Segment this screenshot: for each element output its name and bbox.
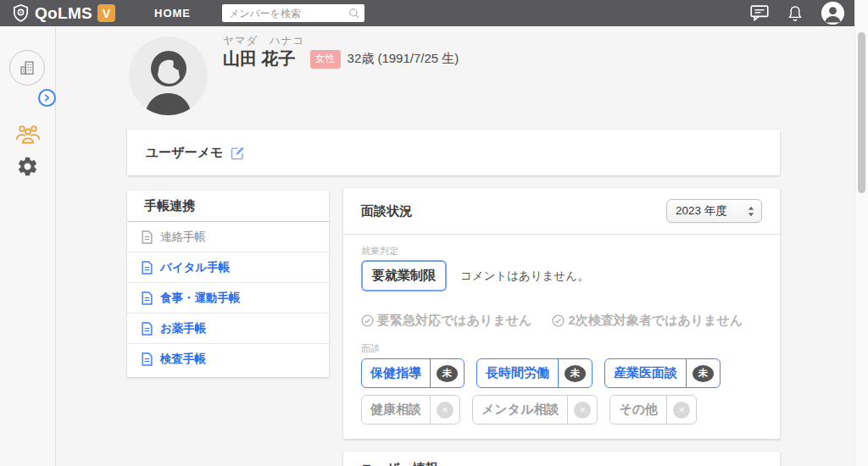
interview-button-health-guidance[interactable]: 保健指導 未: [361, 358, 465, 388]
sidebar-item-organization[interactable]: [9, 50, 45, 86]
left-sidebar: [0, 26, 56, 466]
logo-text: QoLMS: [35, 4, 92, 23]
check-circle-icon: [552, 314, 565, 327]
none-status-badge: ×: [673, 402, 690, 419]
user-memo-card: ユーザーメモ: [127, 130, 780, 175]
user-name-row: 山田 花子 女性 32歳 (1991/7/25 生): [223, 47, 459, 70]
notebook-item-examination[interactable]: 検査手帳: [127, 344, 329, 374]
interview-button-occupational-physician[interactable]: 産業医面談 未: [604, 358, 721, 388]
user-memo-title: ユーザーメモ: [146, 145, 223, 161]
notebook-links-card: 手帳連携 連絡手帳 バイタル手帳 食事・運動手帳 お薬手帳 検査手帳: [127, 191, 329, 377]
notebook-item-label: 検査手帳: [160, 352, 206, 367]
document-icon: [142, 230, 153, 244]
status-flag: 2次検査対象者ではありません: [552, 313, 743, 329]
interview-button-health-consultation[interactable]: 健康相談 ×: [361, 395, 460, 424]
work-judgment-row: 要就業制限 コメントはありません。: [361, 260, 762, 291]
none-status-badge: ×: [437, 402, 453, 419]
notebook-card-header: 手帳連携: [127, 191, 329, 222]
pending-status-badge: 未: [437, 365, 458, 382]
account-avatar[interactable]: [821, 2, 844, 25]
badge-wrap: ×: [568, 402, 597, 419]
interview-button-label: 長時間労働: [477, 359, 558, 387]
user-name: 山田 花子: [223, 47, 296, 70]
member-search: [222, 4, 364, 22]
interview-button-label: 保健指導: [362, 359, 430, 387]
interview-button-label: その他: [610, 396, 666, 424]
user-age: 32歳 (1991/7/25 生): [348, 51, 459, 67]
interview-button-label: メンタル相談: [473, 396, 567, 424]
interview-none-row: 健康相談 × メンタル相談 × その他 ×: [361, 395, 762, 424]
notebook-item-contact[interactable]: 連絡手帳: [127, 222, 329, 252]
notebook-card-title: 手帳連携: [144, 198, 195, 214]
message-icon[interactable]: [750, 5, 769, 21]
people-group-icon: [14, 120, 42, 145]
fiscal-year-select[interactable]: 2023 年度: [666, 199, 762, 223]
notebook-item-diet-exercise[interactable]: 食事・運動手帳: [127, 283, 329, 313]
interview-section-label: 面談: [361, 342, 762, 355]
work-judgment-label: 就業判定: [361, 245, 762, 258]
chevron-right-icon: [43, 94, 51, 102]
badge-wrap: 未: [431, 365, 464, 382]
interview-button-other[interactable]: その他 ×: [609, 395, 697, 424]
scrollbar-thumb[interactable]: [858, 32, 865, 193]
notebook-item-label: 食事・運動手帳: [160, 291, 241, 306]
interview-pending-row: 保健指導 未 長時間労働 未 産業医面談 未: [361, 358, 762, 388]
user-info-title: ユーザー情報: [361, 461, 438, 466]
status-flag-label: 要緊急対応ではありません: [377, 313, 531, 329]
none-status-badge: ×: [574, 402, 591, 419]
select-arrows-icon: [748, 206, 754, 217]
sidebar-item-settings[interactable]: [16, 155, 39, 178]
interview-card-title: 面談状況: [361, 203, 412, 219]
search-input[interactable]: [222, 4, 364, 22]
pending-status-badge: 未: [693, 365, 714, 382]
check-circle-icon: [361, 314, 374, 327]
notebook-item-label: 連絡手帳: [160, 230, 206, 245]
notebook-item-label: お薬手帳: [160, 321, 206, 336]
interview-button-label: 健康相談: [362, 396, 430, 424]
status-flags-row: 要緊急対応ではありません 2次検査対象者ではありません: [361, 313, 762, 329]
interview-status-card: 面談状況 2023 年度 就業判定 要就業制限 コメントはありません。 要緊急対…: [343, 188, 780, 439]
gender-badge: 女性: [310, 50, 341, 69]
app-logo[interactable]: QoLMS V: [11, 3, 115, 23]
notebook-item-label: バイタル手帳: [160, 260, 230, 275]
shield-logo-icon: [11, 3, 31, 23]
sidebar-item-members[interactable]: [14, 120, 42, 145]
user-avatar: [129, 36, 208, 115]
sidebar-expand-button[interactable]: [38, 89, 56, 107]
scrollbar-track[interactable]: [854, 0, 868, 466]
header-actions: [750, 2, 844, 25]
status-flag: 要緊急対応ではありません: [361, 313, 531, 329]
interview-card-body: 就業判定 要就業制限 コメントはありません。 要緊急対応ではありません 2次検査…: [343, 235, 780, 424]
logo-version-badge: V: [97, 4, 115, 22]
user-info-card: ユーザー情報: [343, 452, 780, 466]
notifications-bell-icon[interactable]: [788, 5, 802, 22]
badge-wrap: ×: [667, 402, 696, 419]
document-icon: [142, 261, 153, 275]
notebook-item-vital[interactable]: バイタル手帳: [127, 252, 329, 283]
interview-card-header: 面談状況 2023 年度: [343, 188, 780, 235]
user-name-furigana: ヤマダ ハナコ: [223, 34, 304, 48]
status-flag-label: 2次検査対象者ではありません: [568, 313, 743, 329]
document-icon: [142, 352, 153, 366]
document-icon: [142, 291, 153, 305]
badge-wrap: ×: [431, 402, 459, 419]
work-judgment-button[interactable]: 要就業制限: [361, 260, 447, 291]
home-nav[interactable]: HOME: [154, 7, 191, 19]
badge-wrap: 未: [559, 365, 592, 382]
judgment-comment: コメントはありません。: [460, 269, 589, 284]
interview-button-long-hours[interactable]: 長時間労働 未: [476, 358, 593, 388]
document-icon: [142, 322, 153, 336]
badge-wrap: 未: [687, 365, 720, 382]
building-icon: [18, 58, 36, 77]
interview-button-label: 産業医面談: [605, 359, 686, 387]
top-bar: QoLMS V HOME: [0, 0, 854, 26]
gear-icon: [16, 155, 39, 178]
pending-status-badge: 未: [565, 365, 586, 382]
interview-button-mental-consultation[interactable]: メンタル相談 ×: [472, 395, 598, 424]
notebook-item-medicine[interactable]: お薬手帳: [127, 313, 329, 344]
edit-memo-icon[interactable]: [231, 146, 245, 160]
fiscal-year-value: 2023 年度: [676, 203, 727, 219]
